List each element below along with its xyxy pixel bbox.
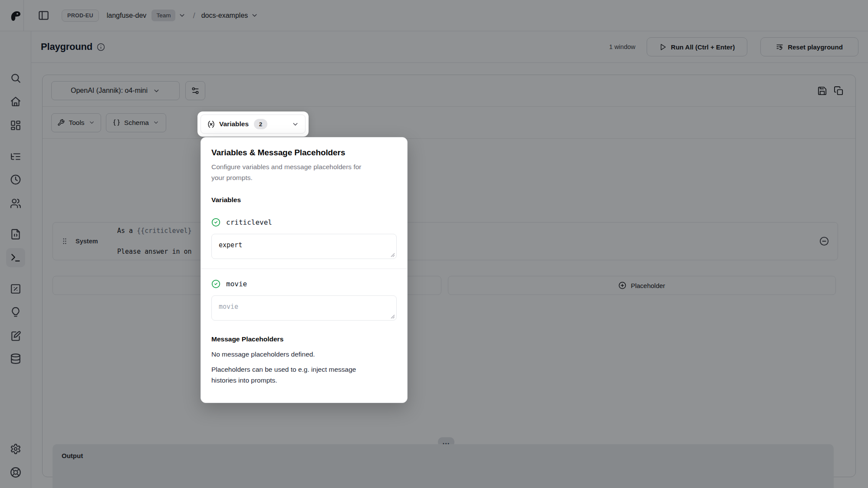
variable-row: movie xyxy=(211,279,397,288)
variables-button-container: Variables 2 xyxy=(197,111,309,137)
variables-popover: Variables & Message Placeholders Configu… xyxy=(201,137,408,403)
popover-title: Variables & Message Placeholders xyxy=(211,148,397,157)
placeholders-hint-text: Placeholders can be used to e.g. inject … xyxy=(211,364,376,386)
resize-handle-icon[interactable] xyxy=(391,253,395,257)
variable-value-input[interactable]: expert xyxy=(211,234,397,259)
variable-row: criticlevel xyxy=(211,218,397,227)
popover-divider xyxy=(201,269,407,269)
variable-input-wrap: expert xyxy=(211,234,397,259)
variable-input-wrap xyxy=(211,295,397,321)
resize-handle-icon[interactable] xyxy=(391,314,395,319)
popover-description: Configure variables and message placehol… xyxy=(211,161,374,183)
placeholders-empty-text: No message placeholders defined. xyxy=(211,350,397,358)
variable-icon xyxy=(207,120,215,128)
variables-dropdown[interactable]: Variables 2 xyxy=(201,115,306,134)
chevron-down-icon xyxy=(292,121,299,128)
variables-heading: Variables xyxy=(211,196,397,204)
circle-check-icon xyxy=(211,218,220,227)
variable-name: movie xyxy=(226,280,247,288)
variables-label: Variables xyxy=(219,120,249,128)
variables-count-badge: 2 xyxy=(254,119,267,129)
dim-overlay[interactable] xyxy=(0,0,868,488)
variable-name: criticlevel xyxy=(226,218,272,226)
circle-check-icon xyxy=(211,279,220,288)
playground-screen: PROD-EU langfuse-dev Team / docs-example… xyxy=(0,0,868,488)
placeholders-heading: Message Placeholders xyxy=(211,335,397,343)
variable-value-input[interactable] xyxy=(211,295,397,321)
